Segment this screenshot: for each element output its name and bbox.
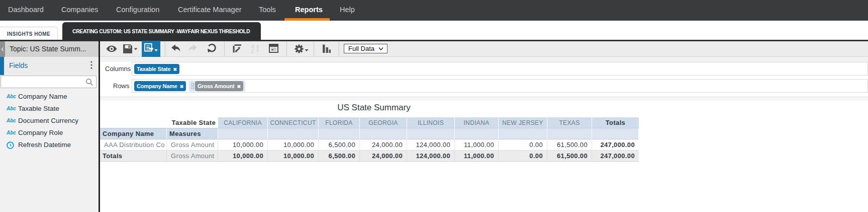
- svg-text:Z: Z: [251, 48, 254, 54]
